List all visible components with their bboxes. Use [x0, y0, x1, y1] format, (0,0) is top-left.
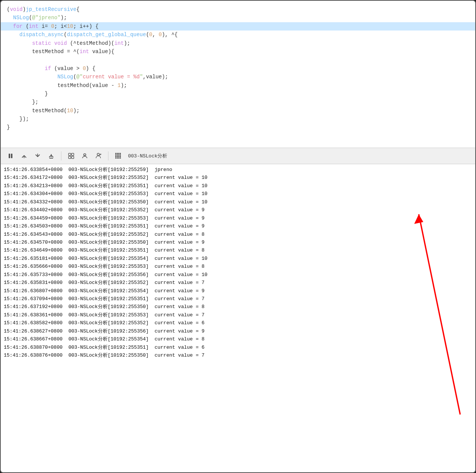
- code-line-4: dispatch_async(dispatch_get_global_queue…: [7, 31, 469, 39]
- log-line: 15:41:26.638876+0800 003-NSLock分析[10192:…: [4, 351, 472, 359]
- svg-rect-15: [118, 153, 119, 154]
- log-container: 15:41:26.633854+0800 003-NSLock分析[10192:…: [4, 166, 472, 360]
- code-line-2: NSLog(@"jpreno");: [7, 14, 469, 22]
- log-line: 15:41:26.634172+0800 003-NSLock分析[10192:…: [4, 174, 472, 182]
- log-line: 15:41:26.634213+0800 003-NSLock分析[10192:…: [4, 182, 472, 190]
- thread-button[interactable]: [79, 151, 90, 161]
- log-line: 15:41:26.637094+0800 003-NSLock分析[10192:…: [4, 295, 472, 303]
- svg-rect-0: [9, 154, 10, 158]
- svg-rect-20: [120, 154, 121, 156]
- toolbar-title-text: 003-NSLock分析: [128, 153, 167, 159]
- svg-rect-21: [115, 156, 116, 157]
- code-line-12: };: [7, 98, 469, 106]
- step-into-button[interactable]: [32, 151, 43, 161]
- log-line: 15:41:26.638627+0800 003-NSLock分析[10192:…: [4, 327, 472, 335]
- log-line: 15:41:26.634304+0800 003-NSLock分析[10192:…: [4, 190, 472, 198]
- log-line: 15:41:26.634649+0800 003-NSLock分析[10192:…: [4, 246, 472, 254]
- log-line: 15:41:26.634543+0800 003-NSLock分析[10192:…: [4, 230, 472, 238]
- code-editor: (void)jp_testRecursive{ NSLog(@"jpreno")…: [1, 1, 475, 148]
- log-line: 15:41:26.633854+0800 003-NSLock分析[10192:…: [4, 166, 472, 174]
- svg-rect-18: [117, 154, 118, 156]
- svg-rect-17: [115, 154, 116, 156]
- view-debugger-button[interactable]: [66, 151, 76, 161]
- svg-rect-27: [118, 157, 119, 159]
- log-line: 15:41:26.638361+0800 003-NSLock分析[10192:…: [4, 311, 472, 319]
- toolbar-title: 003-NSLock分析: [128, 153, 167, 159]
- code-line-1: (void)jp_testRecursive{: [7, 5, 469, 14]
- log-line: 15:41:26.635181+0800 003-NSLock分析[10192:…: [4, 255, 472, 262]
- log-line: 15:41:26.637192+0800 003-NSLock分析[10192:…: [4, 303, 472, 311]
- code-line-10: testMethod(value - 1);: [7, 81, 469, 90]
- svg-rect-25: [115, 157, 116, 159]
- svg-rect-16: [120, 153, 121, 154]
- code-line-13: testMethod(10);: [7, 107, 469, 115]
- log-line: 15:41:26.634459+0800 003-NSLock分析[10192:…: [4, 214, 472, 222]
- log-line: 15:41:26.635733+0800 003-NSLock分析[10192:…: [4, 271, 472, 279]
- code-line-6: testMethod = ^(int value){: [7, 47, 469, 56]
- log-line: 15:41:26.634332+0800 003-NSLock分析[10192:…: [4, 198, 472, 206]
- divider-1: [61, 151, 61, 160]
- log-line: 15:41:26.636807+0800 003-NSLock分析[10192:…: [4, 287, 472, 295]
- step-over-button[interactable]: [19, 151, 29, 161]
- svg-rect-9: [72, 156, 74, 159]
- log-line: 15:41:26.635666+0800 003-NSLock分析[10192:…: [4, 262, 472, 270]
- log-line: 15:41:26.638667+0800 003-NSLock分析[10192:…: [4, 335, 472, 343]
- code-line-9: NSLog(@"current value = %d",value);: [7, 73, 469, 81]
- svg-point-12: [97, 153, 99, 156]
- simulate-location-button[interactable]: [93, 151, 104, 161]
- log-line: 15:41:26.638870+0800 003-NSLock分析[10192:…: [4, 343, 472, 351]
- code-line-7: [7, 56, 469, 64]
- svg-rect-8: [69, 156, 71, 159]
- divider-2: [108, 151, 108, 160]
- code-line-14: });: [7, 115, 469, 123]
- svg-rect-14: [117, 153, 118, 154]
- log-line: 15:41:26.638582+0800 003-NSLock分析[10192:…: [4, 319, 472, 327]
- svg-rect-1: [11, 154, 12, 158]
- svg-rect-26: [117, 157, 118, 159]
- svg-rect-7: [72, 153, 74, 156]
- svg-rect-28: [120, 157, 121, 159]
- code-line-15: }: [7, 123, 469, 131]
- log-line: 15:41:26.635831+0800 003-NSLock分析[10192:…: [4, 279, 472, 287]
- log-line: 15:41:26.634402+0800 003-NSLock分析[10192:…: [4, 206, 472, 214]
- console-output[interactable]: 15:41:26.633854+0800 003-NSLock分析[10192:…: [1, 164, 475, 472]
- debug-toolbar: 003-NSLock分析: [1, 148, 475, 164]
- code-line-3: for (int i= 0; i<10; i++) {: [1, 22, 475, 31]
- svg-rect-22: [117, 156, 118, 157]
- svg-rect-19: [118, 154, 119, 156]
- log-line: 15:41:26.634503+0800 003-NSLock分析[10192:…: [4, 222, 472, 230]
- code-line-5: static void (^testMethod)(int);: [7, 39, 469, 47]
- network-inspector-button[interactable]: [113, 151, 124, 161]
- pause-button[interactable]: [5, 151, 16, 161]
- code-line-8: if (value > 0) {: [7, 64, 469, 73]
- svg-rect-23: [118, 156, 119, 157]
- svg-rect-6: [69, 153, 71, 156]
- svg-rect-24: [120, 156, 121, 157]
- log-line: 15:41:26.634570+0800 003-NSLock分析[10192:…: [4, 238, 472, 246]
- step-out-button[interactable]: [46, 151, 56, 161]
- code-line-11: }: [7, 90, 469, 98]
- svg-rect-13: [115, 153, 116, 154]
